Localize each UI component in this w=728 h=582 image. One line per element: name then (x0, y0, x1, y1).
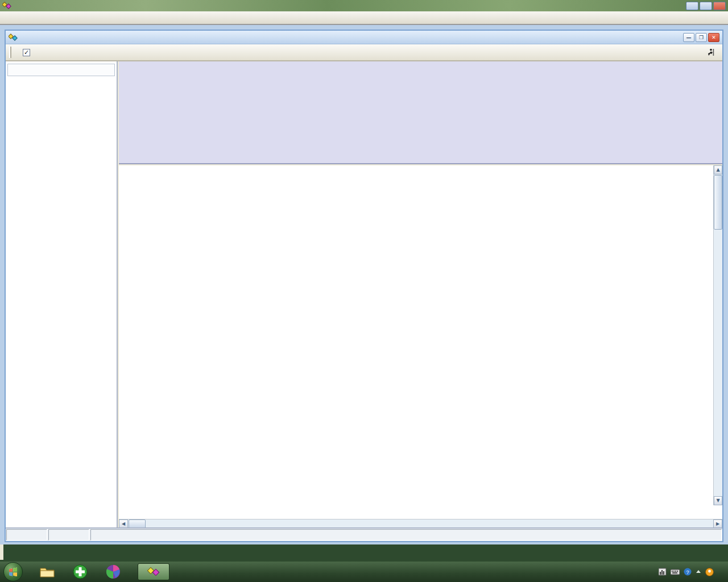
tray-keyboard-icon[interactable] (671, 568, 680, 575)
vertical-scroll-thumb[interactable] (714, 175, 722, 230)
app-logo-icon (2, 2, 11, 10)
report-status-bar (6, 527, 722, 541)
filter-panel (119, 61, 722, 164)
taskbar-active-app-button[interactable] (138, 563, 169, 580)
tray-expand-icon[interactable] (696, 569, 701, 575)
tray-help-icon[interactable]: ? (684, 568, 692, 576)
taskbar-folder-button[interactable] (39, 563, 56, 580)
folder-icon (40, 566, 55, 577)
color-ball-icon (106, 564, 121, 579)
mdi-client-area: — ❐ ✕ (0, 25, 728, 544)
auto-height-checkbox[interactable] (23, 49, 30, 56)
vertical-scrollbar[interactable]: ▲ ▼ (713, 165, 722, 505)
green-cross-icon (73, 564, 88, 579)
tree-panel-header (7, 64, 115, 76)
work-area: ▲ ▼ ◀ ▶ (6, 61, 722, 529)
taskbar-safety-button[interactable] (72, 563, 89, 580)
window-minimize-button[interactable] (686, 2, 698, 10)
data-grid-zone: ▲ ▼ ◀ ▶ (119, 165, 722, 529)
doc-close-button[interactable]: ✕ (708, 33, 719, 42)
doc-maximize-button[interactable]: ❐ (696, 33, 707, 42)
toolbar-grip[interactable] (9, 47, 11, 58)
status-hint (90, 529, 722, 541)
report-window-titlebar: — ❐ ✕ (6, 31, 722, 44)
taskbar-media-button[interactable] (105, 563, 122, 580)
start-button[interactable] (3, 562, 23, 581)
return-button[interactable] (706, 48, 719, 56)
report-tree-panel (6, 61, 118, 529)
svg-text:?: ? (686, 569, 689, 575)
windows-flag-icon (8, 567, 18, 577)
scroll-down-icon[interactable]: ▼ (714, 496, 722, 505)
taskbar: ? (0, 562, 728, 582)
toolbar (6, 44, 722, 61)
runner-icon (706, 48, 714, 56)
records-count (48, 529, 89, 541)
window-close-button[interactable] (713, 2, 726, 10)
tray-app-icon[interactable] (705, 568, 714, 576)
system-tray: ? (659, 568, 728, 576)
records-label (6, 529, 47, 541)
menubar (0, 11, 728, 25)
report-tree (6, 78, 117, 80)
app-diamond-icon (147, 567, 160, 577)
scroll-up-icon[interactable]: ▲ (714, 165, 722, 174)
app-status-bar (0, 544, 728, 560)
report-window: — ❐ ✕ (5, 30, 723, 542)
desktop: — ❐ ✕ (0, 0, 728, 582)
doc-minimize-button[interactable]: — (683, 33, 694, 42)
tray-chart-icon[interactable] (659, 568, 667, 576)
window-titlebar (0, 0, 728, 11)
report-window-icon (9, 34, 18, 41)
window-maximize-button[interactable] (700, 2, 712, 10)
